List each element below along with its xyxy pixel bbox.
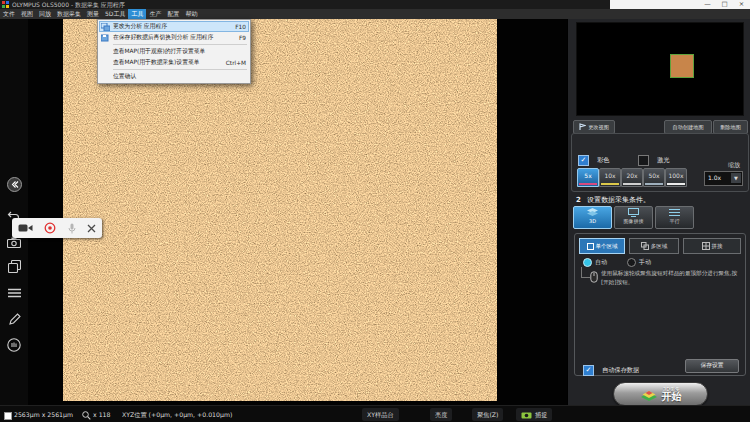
zoom-label: 缩放 <box>728 161 740 170</box>
region-tab-single[interactable]: 单个区域 <box>579 238 625 254</box>
menu-separator <box>113 69 247 70</box>
start-acquisition-button[interactable]: 3D采集 开始 <box>613 382 708 406</box>
single-region-icon <box>587 243 594 250</box>
tools-dropdown-menu: 更改为分析 应用程序 F10 在保存好数据后再切换到分析 应用程序 F9 查看M… <box>97 19 251 84</box>
microphone-icon[interactable] <box>68 223 76 234</box>
menu-item-5d-tools[interactable]: 5D工具 <box>102 9 128 19</box>
minimize-button[interactable]: — <box>699 0 716 9</box>
multi-region-icon <box>641 242 649 250</box>
section2-header: 2 设置数据采集条件。 <box>576 195 650 205</box>
collapse-sidebar-button[interactable] <box>6 176 22 192</box>
capture-button[interactable]: 捕捉 <box>516 408 552 421</box>
title-bar: OLYMPUS OLS5000 - 数据采集 应用程序 — □ × <box>0 0 750 9</box>
mouse-icon <box>590 271 598 283</box>
3d-surface-icon <box>640 388 658 401</box>
objective-5x-button[interactable]: 5x <box>577 168 599 187</box>
total-magnification-value: x 118 <box>93 406 110 422</box>
change-view-icon <box>579 123 586 131</box>
magnifier-icon <box>82 411 91 420</box>
application-window: OLYMPUS OLS5000 - 数据采集 应用程序 — □ × 文件 视图 … <box>0 0 750 422</box>
region-tab-stitch[interactable]: 拼接 <box>683 238 741 254</box>
observe-image-box: ✓ 彩色 激光 5x 10x 20x 50x <box>571 133 749 192</box>
maximize-button[interactable]: □ <box>716 0 733 9</box>
menu-item-tools[interactable]: 工具 <box>128 9 146 19</box>
brightness-button[interactable]: 亮度 <box>430 408 452 421</box>
objective-20x-button[interactable]: 20x <box>621 168 643 187</box>
pan-hand-icon[interactable] <box>6 337 22 353</box>
menu-bar: 文件 视图 回放 数据采集 测量 5D工具 工具 生产 配置 帮助 <box>0 9 750 19</box>
menu-item-view-map-observe[interactable]: 查看MAP(用于观察)的打开设置菜单 <box>99 46 249 57</box>
save-settings-button[interactable]: 保存设置 <box>685 359 739 373</box>
menu-item-playback[interactable]: 回放 <box>36 9 54 19</box>
field-size-value: 2563μm x 2561μm <box>14 406 73 422</box>
menu-item-switch-to-analysis[interactable]: 更改为分析 应用程序 F10 <box>99 21 249 32</box>
radio-selected-icon <box>583 258 592 267</box>
objective-50x-button[interactable]: 50x <box>643 168 665 187</box>
autosave-checkbox[interactable]: ✓ 自动保存数据 <box>583 360 639 379</box>
stitch-grid-icon <box>702 242 710 250</box>
menu-item-acquisition[interactable]: 数据采集 <box>54 9 84 19</box>
objective-10x-button[interactable]: 10x <box>599 168 621 187</box>
menu-item-save-and-switch[interactable]: 在保存好数据后再切换到分析 应用程序 F9 <box>99 32 249 43</box>
change-view-button[interactable]: 更改视图 <box>573 120 615 134</box>
start-label: 开始 <box>662 392 682 402</box>
acquisition-panel: 更改视图 自动创建地图 删除地图 1 观察图像。 ✓ 彩色 激光 5x <box>567 19 750 405</box>
acquisition-settings-box: 单个区域 多区域 拼接 自动 手动 <box>574 233 746 376</box>
stage-map-view[interactable] <box>576 22 744 116</box>
mode-tab-3d[interactable]: 3D <box>573 206 612 229</box>
window-controls: — □ × <box>610 0 750 9</box>
focus-auto-radio[interactable]: 自动 <box>583 258 607 267</box>
left-toolbar <box>0 19 28 405</box>
pencil-icon[interactable] <box>6 311 22 327</box>
zoom-select[interactable]: 1.0x ▼ <box>704 171 743 186</box>
menu-item-view-map-acquisition[interactable]: 查看MAP(用于数据采集)设置菜单 Ctrl+M <box>99 57 249 68</box>
stage-position-value: XYZ位置 (+0μm, +0μm, +0.010μm) <box>122 406 232 422</box>
record-button-icon[interactable] <box>44 222 56 234</box>
menu-item-position-confirm[interactable]: 位置确认 <box>99 71 249 82</box>
capture-camera-icon <box>521 411 532 419</box>
menu-item-measure[interactable]: 测量 <box>84 9 102 19</box>
switch-app-icon <box>101 23 110 31</box>
checkbox-checked-icon: ✓ <box>583 365 594 376</box>
xy-stage-button[interactable]: XY样品台 <box>362 408 399 421</box>
auto-create-map-button[interactable]: 自动创建地图 <box>664 120 712 134</box>
camcorder-icon[interactable] <box>18 223 33 233</box>
list-icon[interactable] <box>6 285 22 301</box>
radio-empty-icon <box>627 258 636 267</box>
close-button[interactable]: × <box>733 0 750 9</box>
menu-item-production[interactable]: 生产 <box>146 9 164 19</box>
focus-z-button[interactable]: 聚焦(Z) <box>472 408 503 421</box>
mode-tab-parallel[interactable]: 平行 <box>655 206 694 229</box>
save-switch-icon <box>101 34 110 42</box>
monitor-icon <box>627 208 640 217</box>
app-logo-icon <box>2 1 9 8</box>
map-region-indicator <box>670 54 694 78</box>
checkbox-empty-icon <box>638 155 649 166</box>
objective-100x-button[interactable]: 100x <box>665 168 687 187</box>
3d-layers-icon <box>586 208 599 217</box>
mode-tab-stitching[interactable]: 图像拼接 <box>614 206 653 229</box>
focus-hint-text: 使用鼠标滚轮或聚焦旋钮对样品的最顶部分进行聚焦,按[开始]按钮。 <box>601 269 739 286</box>
menu-separator <box>113 44 247 45</box>
parallel-lines-icon <box>668 208 681 217</box>
close-recorder-icon[interactable] <box>87 224 96 233</box>
window-title: OLYMPUS OLS5000 - 数据采集 应用程序 <box>12 0 125 9</box>
size-checkbox[interactable] <box>4 412 12 420</box>
layers-icon[interactable] <box>6 258 22 274</box>
laser-checkbox[interactable]: 激光 <box>638 150 669 169</box>
menu-item-config[interactable]: 配置 <box>164 9 182 19</box>
menu-item-file[interactable]: 文件 <box>0 9 18 19</box>
menu-item-help[interactable]: 帮助 <box>182 9 200 19</box>
recorder-toolbar <box>12 218 102 238</box>
connector-line <box>581 267 590 278</box>
delete-map-button[interactable]: 删除地图 <box>713 120 748 134</box>
color-checkbox[interactable]: ✓ 彩色 <box>578 150 609 169</box>
checkbox-checked-icon: ✓ <box>578 155 589 166</box>
chevron-down-icon: ▼ <box>731 173 741 183</box>
menu-item-view[interactable]: 视图 <box>18 9 36 19</box>
region-tab-multi[interactable]: 多区域 <box>629 238 679 254</box>
focus-manual-radio[interactable]: 手动 <box>627 258 651 267</box>
status-bar: 2563μm x 2561μm x 118 XYZ位置 (+0μm, +0μm,… <box>0 405 750 422</box>
